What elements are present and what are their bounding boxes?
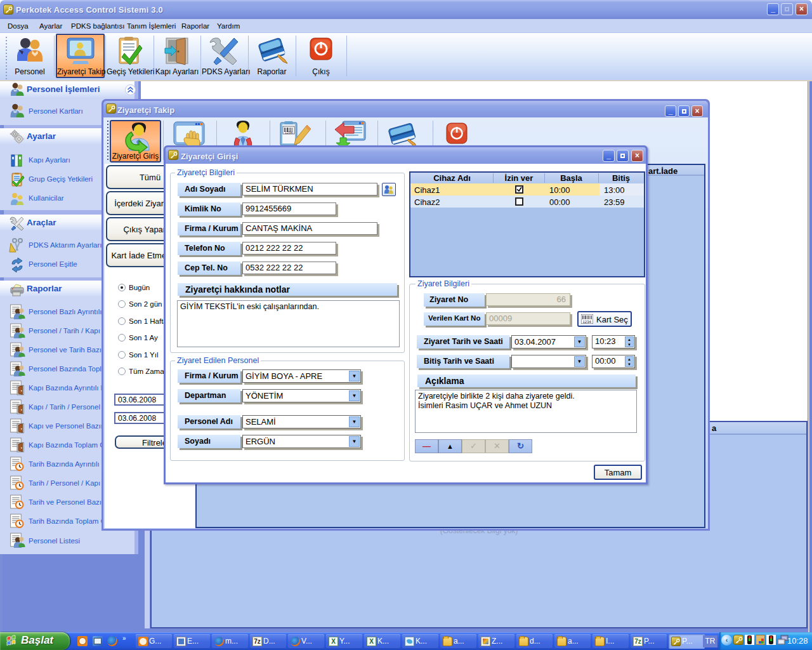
svg-text:1234: 1234 bbox=[583, 320, 592, 324]
svg-text:1234: 1234 bbox=[285, 131, 292, 135]
